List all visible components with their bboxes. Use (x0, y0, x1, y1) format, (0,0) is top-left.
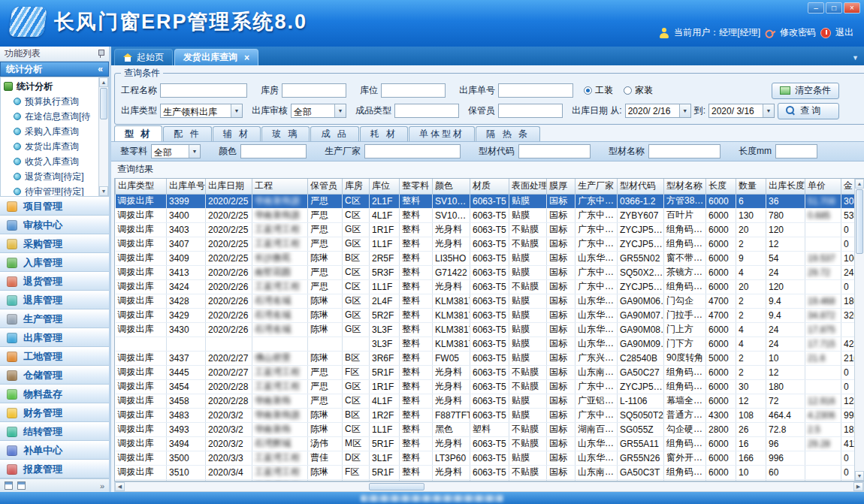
chevron-down-icon[interactable]: ▼ (231, 104, 242, 117)
material-tab[interactable]: 辅 材 (213, 126, 261, 141)
out-type-combo[interactable]: 生产领料出库 ▼ (160, 104, 243, 118)
sidebar-accordion-item[interactable]: 退库管理 (0, 291, 109, 309)
sidebar-accordion-item[interactable]: 生产管理 (0, 309, 109, 328)
scroll-left-icon[interactable]: ◀ (115, 482, 125, 491)
sidebar-accordion-item[interactable]: 物料盘存 (0, 385, 109, 403)
column-header[interactable]: 长度 (706, 179, 736, 194)
chevron-down-icon[interactable]: ▼ (189, 145, 200, 158)
tree-item[interactable]: 待审管理[待定] (4, 184, 98, 197)
table-row[interactable]: 调拨出库34942020/3/2石湾辉城汤伟M区5R1F整料光身料6063-T5… (116, 436, 864, 451)
minimize-button[interactable]: – (808, 2, 824, 14)
column-header[interactable]: 型材代码 (618, 179, 664, 194)
scroll-down-icon[interactable]: ▼ (99, 186, 108, 196)
table-row[interactable]: 调拨出库34372020/2/27佛山碧景陈琳B区3R6F整料FW056063-… (116, 351, 864, 365)
table-row[interactable]: 调拨出库34292020/2/26石湾名城陈琳G区5R2F整料KLM381760… (116, 308, 864, 322)
location-input[interactable] (381, 83, 446, 98)
sidebar-accordion-item[interactable]: 退货管理 (0, 272, 109, 291)
keeper-input[interactable] (498, 104, 563, 118)
material-tab[interactable]: 隔 热 条 (476, 126, 540, 141)
color-input[interactable] (240, 144, 307, 158)
chevron-down-icon[interactable]: ▼ (679, 104, 690, 117)
dock-panel-icon[interactable] (17, 481, 26, 490)
scroll-up-icon[interactable]: ▲ (855, 179, 864, 189)
sidebar-accordion-item[interactable]: 入库管理 (0, 253, 109, 272)
tree-item[interactable]: 发货出库查询 (4, 139, 98, 154)
grid-hscrollbar-thumb[interactable] (369, 483, 424, 490)
table-row[interactable]: 调拨出库33992020/2/25华南装饰源严思C区2L1F整料SV10…606… (116, 194, 864, 208)
column-header[interactable]: 单价 (805, 179, 841, 194)
logout-link[interactable]: 退出 (835, 26, 853, 39)
sidebar-group-header[interactable]: 统计分析 « (0, 62, 109, 77)
sidebar-accordion-item[interactable]: 采购管理 (0, 234, 109, 253)
column-header[interactable]: 生产厂家 (575, 179, 618, 194)
table-row[interactable]: 调拨出库34132020/2/26南墅花园严思C区5R3F整料G71422606… (116, 265, 864, 279)
chevron-down-icon[interactable]: ▼ (334, 104, 346, 117)
radio-home-decoration[interactable]: 家装 (624, 84, 653, 97)
tree-scrollbar[interactable]: ▲ ▼ (98, 77, 108, 196)
column-header[interactable]: 出库长度 (766, 179, 805, 194)
sidebar-accordion-item[interactable]: 审核中心 (0, 216, 109, 234)
product-type-input[interactable] (394, 104, 459, 118)
tab-shipping-outbound-query[interactable]: 发货出库查询 × (174, 49, 258, 65)
scroll-right-icon[interactable]: ▶ (853, 482, 863, 491)
warehouse-input[interactable] (282, 83, 346, 98)
sidebar-accordion-item[interactable]: 财务管理 (0, 403, 109, 422)
scroll-up-icon[interactable]: ▲ (99, 77, 108, 87)
column-header[interactable]: 颜色 (433, 179, 470, 194)
column-header[interactable]: 保管员 (308, 179, 343, 194)
table-row[interactable]: 3L3F整料KLM38176063-T5贴膜国标山东华…GA90M09…门下方6… (116, 337, 864, 351)
date-from-picker[interactable]: 2020/ 2/16 ▼ (625, 104, 691, 118)
table-row[interactable]: 调拨出库34072020/2/25工蓝湾工程严思G区1L1F整料光身料6063-… (116, 237, 864, 251)
sidebar-accordion-item[interactable]: 结转管理 (0, 422, 109, 441)
tab-close-icon[interactable]: × (244, 53, 249, 63)
material-tab[interactable]: 耗 材 (360, 126, 408, 141)
tree-item[interactable]: 收货入库查询 (4, 154, 98, 169)
pin-icon[interactable] (97, 49, 104, 59)
tree-root-item[interactable]: 统计分析 (4, 79, 98, 94)
table-row[interactable]: 调拨出库34032020/2/25工蓝湾工程严思G区1R1F整料光身料6063-… (116, 222, 864, 237)
maximize-button[interactable]: □ (826, 2, 842, 14)
radio-industrial[interactable]: 工装 (584, 84, 613, 97)
tab-overflow-icon[interactable]: ▼ (852, 54, 859, 62)
table-row[interactable]: 调拨出库34582020/2/28华南装饰严思C区4L1F整料光身料6063-T… (116, 394, 864, 408)
order-no-input[interactable] (498, 83, 573, 98)
table-row[interactable]: 调拨出库34092020/2/25长沙雅苑陈琳B区2R5F整料LI35HO606… (116, 251, 864, 265)
table-row[interactable]: 调拨出库34452020/2/27工蓝湾工程严思F区5R1F整料光身料6063-… (116, 365, 864, 379)
expand-icon[interactable]: » (100, 481, 104, 490)
column-header[interactable]: 工程 (252, 179, 308, 194)
material-tab[interactable]: 单体型材 (409, 126, 475, 141)
chevron-down-icon[interactable]: ▼ (763, 104, 774, 117)
project-name-input[interactable] (160, 83, 247, 98)
part-type-combo[interactable]: 全部 ▼ (151, 144, 201, 158)
material-tab[interactable]: 玻 璃 (261, 126, 310, 141)
length-input[interactable] (775, 144, 817, 158)
table-row[interactable]: 调拨出库35002020/3/3工蓝湾工程曹佳D区3L1F整料LT3P60606… (116, 451, 864, 465)
column-header[interactable]: 库位 (370, 179, 400, 194)
clear-conditions-button[interactable]: 清空条件 (772, 83, 839, 99)
tree-item[interactable]: 退货查询[待定] (4, 169, 98, 184)
profile-code-input[interactable] (518, 144, 591, 158)
table-row[interactable]: 调拨出库34242020/2/26工蓝湾工程严思C区1L1F整料光身料6063-… (116, 279, 864, 294)
sidebar-accordion-item[interactable]: 仓储管理 (0, 366, 109, 385)
date-to-picker[interactable]: 2020/ 3/16 ▼ (708, 104, 775, 118)
profile-name-input[interactable] (648, 144, 721, 158)
column-header[interactable]: 出库日期 (206, 179, 252, 194)
column-header[interactable]: 出库类型 (116, 179, 167, 194)
maker-input[interactable] (364, 144, 461, 158)
sidebar-accordion-item[interactable]: 补单中心 (0, 441, 109, 460)
table-row[interactable]: 调拨出库34282020/2/26石湾名城陈琳G区2L4F整料KLM381760… (116, 294, 864, 308)
material-tab[interactable]: 成 品 (310, 126, 358, 141)
sidebar-accordion-item[interactable]: 出库管理 (0, 328, 109, 347)
grid-hscrollbar[interactable]: ◀ ▶ (114, 481, 864, 492)
sidebar-accordion-item[interactable]: 工地管理 (0, 347, 109, 366)
tab-home[interactable]: 起始页 (114, 49, 173, 65)
tree-scrollbar-thumb[interactable] (100, 88, 107, 119)
table-row[interactable]: 调拨出库34932020/3/2华南装饰陈琳C区1L1F整料黑色塑料不贴膜国标湖… (116, 422, 864, 436)
table-row[interactable]: 调拨出库34002020/2/25华南装饰源严思C区4L1F整料SV10…606… (116, 208, 864, 222)
column-header[interactable]: 表面处理 (509, 179, 547, 194)
tree-item[interactable]: 在途信息查询[待 (4, 109, 98, 124)
column-header[interactable]: 数量 (736, 179, 766, 194)
collapse-icon[interactable]: « (98, 64, 103, 74)
scroll-down-icon[interactable]: ▼ (855, 471, 864, 481)
table-row[interactable]: 调拨出库34302020/2/26石湾名城陈琳G区3L3F整料KLM381760… (116, 322, 864, 337)
